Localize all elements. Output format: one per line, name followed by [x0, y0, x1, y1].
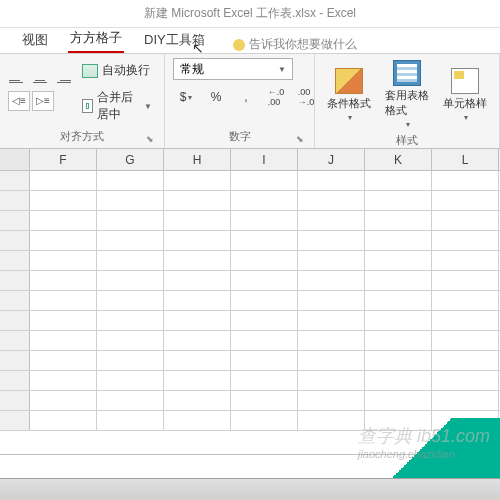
increase-decimal-button[interactable]: ←.0.00 — [263, 86, 289, 108]
cell[interactable] — [30, 171, 97, 190]
cell[interactable] — [231, 271, 298, 290]
cell[interactable] — [298, 191, 365, 210]
cell[interactable] — [432, 391, 499, 410]
cell[interactable] — [164, 391, 231, 410]
cell[interactable] — [97, 331, 164, 350]
col-header-l[interactable]: L — [432, 149, 499, 170]
cell[interactable] — [231, 311, 298, 330]
tab-fangfang[interactable]: 方方格子 — [68, 25, 124, 53]
col-header-i[interactable]: I — [231, 149, 298, 170]
cell[interactable] — [231, 231, 298, 250]
number-format-select[interactable]: 常规 ▼ — [173, 58, 293, 80]
cell[interactable] — [97, 291, 164, 310]
cell[interactable] — [365, 251, 432, 270]
cell[interactable] — [432, 291, 499, 310]
merge-center-button[interactable]: 合并后居中 ▼ — [78, 87, 156, 125]
cell[interactable] — [164, 231, 231, 250]
col-header-f[interactable]: F — [30, 149, 97, 170]
currency-button[interactable]: $▾ — [173, 86, 199, 108]
cell[interactable] — [365, 171, 432, 190]
cell[interactable] — [432, 231, 499, 250]
cell[interactable] — [164, 331, 231, 350]
col-header-k[interactable]: K — [365, 149, 432, 170]
cell[interactable] — [365, 191, 432, 210]
cell[interactable] — [432, 271, 499, 290]
tab-view[interactable]: 视图 — [20, 27, 50, 53]
row-header[interactable] — [0, 311, 30, 330]
conditional-format-button[interactable]: 条件格式 ▾ — [323, 66, 375, 124]
col-header-j[interactable]: J — [298, 149, 365, 170]
col-header-g[interactable]: G — [97, 149, 164, 170]
comma-button[interactable]: , — [233, 86, 259, 108]
cell[interactable] — [298, 311, 365, 330]
cell[interactable] — [432, 351, 499, 370]
cell[interactable] — [97, 271, 164, 290]
percent-button[interactable]: % — [203, 86, 229, 108]
cell[interactable] — [298, 231, 365, 250]
cell[interactable] — [298, 371, 365, 390]
cell[interactable] — [432, 251, 499, 270]
cell[interactable] — [298, 291, 365, 310]
cell[interactable] — [164, 271, 231, 290]
cell[interactable] — [97, 311, 164, 330]
cell[interactable] — [231, 211, 298, 230]
align-top-left[interactable] — [8, 75, 28, 89]
cell[interactable] — [432, 331, 499, 350]
cell[interactable] — [365, 271, 432, 290]
cell[interactable] — [164, 311, 231, 330]
align-top-center[interactable] — [30, 75, 50, 89]
cell[interactable] — [365, 351, 432, 370]
row-header[interactable] — [0, 171, 30, 190]
cell[interactable] — [30, 211, 97, 230]
cell[interactable] — [97, 391, 164, 410]
cell[interactable] — [164, 171, 231, 190]
cell[interactable] — [432, 311, 499, 330]
align-top-right[interactable] — [52, 75, 72, 89]
cell[interactable] — [298, 271, 365, 290]
row-header[interactable] — [0, 271, 30, 290]
cell[interactable] — [298, 391, 365, 410]
cell[interactable] — [231, 191, 298, 210]
cell[interactable] — [164, 291, 231, 310]
col-header-h[interactable]: H — [164, 149, 231, 170]
cell[interactable] — [164, 251, 231, 270]
row-header[interactable] — [0, 391, 30, 410]
cell[interactable] — [97, 211, 164, 230]
cell[interactable] — [231, 331, 298, 350]
cell[interactable] — [97, 251, 164, 270]
cell[interactable] — [30, 311, 97, 330]
cell[interactable] — [231, 391, 298, 410]
wrap-text-button[interactable]: 自动换行 — [78, 60, 156, 81]
cell[interactable] — [298, 331, 365, 350]
cell[interactable] — [30, 191, 97, 210]
increase-indent-button[interactable]: ▷≡ — [32, 91, 54, 111]
cell[interactable] — [30, 411, 97, 430]
row-header[interactable] — [0, 231, 30, 250]
cell[interactable] — [30, 291, 97, 310]
cell[interactable] — [97, 191, 164, 210]
cell[interactable] — [164, 411, 231, 430]
cell[interactable] — [298, 251, 365, 270]
row-header[interactable] — [0, 291, 30, 310]
cell[interactable] — [97, 171, 164, 190]
row-header[interactable] — [0, 191, 30, 210]
cell[interactable] — [30, 271, 97, 290]
cell[interactable] — [97, 231, 164, 250]
decrease-indent-button[interactable]: ◁≡ — [8, 91, 30, 111]
cell[interactable] — [30, 351, 97, 370]
cell[interactable] — [365, 291, 432, 310]
cell[interactable] — [164, 351, 231, 370]
format-as-table-button[interactable]: 套用表格格式 ▾ — [381, 58, 433, 131]
dialog-launcher-alignment[interactable]: ⬊ — [146, 134, 154, 144]
select-all-corner[interactable] — [0, 149, 30, 170]
cell[interactable] — [30, 251, 97, 270]
cell[interactable] — [30, 231, 97, 250]
cell[interactable] — [164, 191, 231, 210]
cell[interactable] — [365, 231, 432, 250]
row-header[interactable] — [0, 351, 30, 370]
cell[interactable] — [231, 251, 298, 270]
cell[interactable] — [432, 191, 499, 210]
cell[interactable] — [365, 331, 432, 350]
cell[interactable] — [432, 171, 499, 190]
dialog-launcher-number[interactable]: ⬊ — [296, 134, 304, 144]
